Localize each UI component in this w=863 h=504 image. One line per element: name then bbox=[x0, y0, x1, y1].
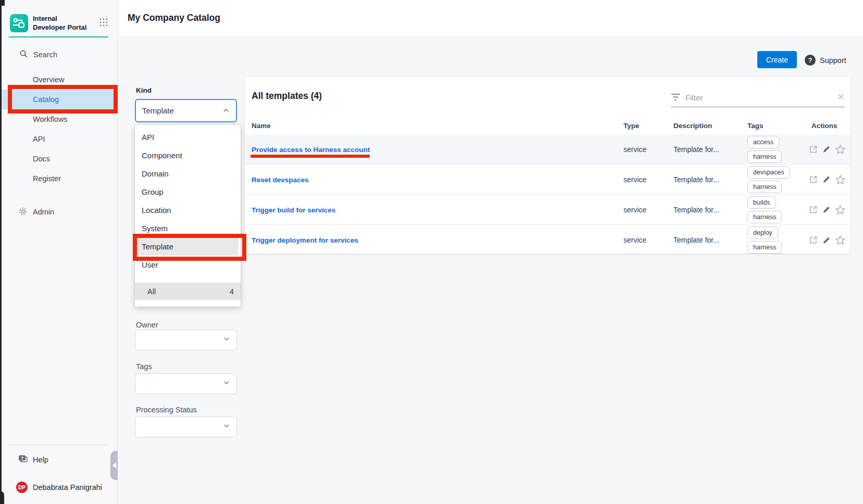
template-name-link[interactable]: Trigger deployment for services bbox=[252, 236, 358, 244]
support-button[interactable]: ? Support bbox=[805, 55, 846, 66]
page-title: My Company Catalog bbox=[128, 12, 220, 23]
kind-option-component[interactable]: Component bbox=[135, 146, 241, 165]
help-chat-icon: ? bbox=[18, 454, 28, 465]
owner-filter-label: Owner bbox=[136, 321, 158, 329]
description-cell: Template for... bbox=[673, 175, 719, 184]
question-circle-icon: ? bbox=[805, 55, 816, 66]
edit-icon[interactable] bbox=[822, 236, 831, 244]
favorite-star-icon[interactable] bbox=[835, 144, 845, 154]
sidebar-collapse-handle[interactable] bbox=[110, 451, 118, 480]
template-name-link[interactable]: Trigger build for services bbox=[252, 206, 335, 213]
kind-dropdown: APIComponentDomainGroupLocationSystemTem… bbox=[135, 125, 241, 307]
tag-chip: harness bbox=[747, 181, 782, 193]
sidebar-divider bbox=[9, 445, 108, 445]
sidebar-nav: OverviewCatalogWorkflowsAPIDocsRegister bbox=[0, 70, 117, 188]
tag-chip: harness bbox=[747, 241, 782, 254]
sidebar-item-register[interactable]: Register bbox=[0, 169, 117, 188]
logo-divider bbox=[9, 36, 108, 37]
kind-option-api[interactable]: API bbox=[135, 128, 241, 146]
column-header-actions: Actions bbox=[811, 122, 837, 130]
tag-chip: harness bbox=[747, 150, 782, 163]
table-row: Reset devspaces service Template for... … bbox=[245, 165, 851, 195]
type-cell: service bbox=[623, 145, 646, 154]
processing-status-filter-label: Processing Status bbox=[136, 406, 197, 414]
sidebar: Internal Developer Portal Search Overvie… bbox=[0, 0, 118, 504]
screen: Internal Developer Portal Search Overvie… bbox=[0, 0, 863, 504]
sidebar-item-docs[interactable]: Docs bbox=[0, 149, 117, 169]
row-actions bbox=[809, 205, 845, 215]
sidebar-item-api[interactable]: API bbox=[0, 129, 117, 149]
kind-option-system[interactable]: System bbox=[135, 219, 241, 237]
app-logo-icon[interactable] bbox=[10, 14, 28, 32]
screen-corner-top bbox=[0, 0, 5, 6]
all-label: All bbox=[147, 287, 156, 296]
table-rows: Provide access to Harness account servic… bbox=[245, 134, 851, 254]
open-in-new-icon[interactable] bbox=[809, 145, 818, 154]
table-row: Trigger build for services service Templ… bbox=[245, 195, 851, 225]
chevron-down-icon bbox=[223, 335, 230, 345]
sidebar-item-admin[interactable]: Admin bbox=[0, 203, 135, 221]
collapse-arrow-icon bbox=[112, 462, 116, 469]
type-cell: service bbox=[623, 236, 646, 244]
logo-row: Internal Developer Portal bbox=[10, 14, 108, 32]
description-cell: Template for... bbox=[673, 206, 719, 214]
filter-input[interactable] bbox=[684, 93, 833, 103]
kind-option-all[interactable]: All 4 bbox=[135, 283, 241, 300]
sidebar-item-catalog[interactable]: Catalog bbox=[0, 90, 117, 109]
owner-select[interactable] bbox=[135, 330, 237, 350]
kind-option-location[interactable]: Location bbox=[135, 201, 241, 219]
filter-icon bbox=[671, 93, 680, 103]
support-label: Support bbox=[820, 56, 846, 65]
open-in-new-icon[interactable] bbox=[809, 205, 818, 214]
clear-filter-icon[interactable] bbox=[837, 93, 845, 103]
app-grid-icon[interactable] bbox=[99, 18, 108, 29]
favorite-star-icon[interactable] bbox=[835, 235, 845, 245]
kind-option-group[interactable]: Group bbox=[135, 183, 241, 201]
edit-icon[interactable] bbox=[822, 175, 831, 184]
kind-dropdown-options: APIComponentDomainGroupLocationSystemTem… bbox=[135, 128, 241, 274]
svg-text:?: ? bbox=[21, 456, 23, 461]
tags-select[interactable] bbox=[135, 373, 237, 394]
tag-chip: harness bbox=[747, 211, 782, 223]
sidebar-item-workflows[interactable]: Workflows bbox=[0, 109, 117, 129]
templates-title: All templates (4) bbox=[252, 91, 322, 102]
templates-panel: All templates (4) NameTypeDescriptionTag… bbox=[245, 77, 851, 254]
edit-icon[interactable] bbox=[822, 145, 831, 154]
column-header-description: Description bbox=[673, 122, 712, 130]
tags-cell: accessharness bbox=[747, 136, 782, 163]
type-cell: service bbox=[623, 175, 646, 184]
app-title: Internal Developer Portal bbox=[33, 15, 91, 32]
table-filter bbox=[671, 89, 845, 107]
template-name-link[interactable]: Provide access to Harness account bbox=[252, 145, 370, 153]
page-header: My Company Catalog bbox=[117, 0, 863, 37]
description-cell: Template for... bbox=[673, 236, 719, 244]
kind-option-user[interactable]: User bbox=[135, 256, 241, 274]
template-name-link[interactable]: Reset devspaces bbox=[252, 175, 309, 183]
chevron-down-icon bbox=[223, 379, 230, 388]
favorite-star-icon[interactable] bbox=[835, 174, 845, 184]
kind-option-template[interactable]: Template bbox=[137, 237, 239, 256]
tag-chip: devspaces bbox=[747, 166, 790, 179]
row-actions bbox=[809, 144, 845, 154]
kind-option-domain[interactable]: Domain bbox=[135, 165, 241, 183]
create-button[interactable]: Create bbox=[757, 51, 797, 68]
open-in-new-icon[interactable] bbox=[809, 175, 818, 184]
open-in-new-icon[interactable] bbox=[809, 236, 818, 245]
processing-status-select[interactable] bbox=[135, 417, 237, 437]
tags-cell: deployharness bbox=[747, 226, 782, 254]
tag-chip: deploy bbox=[747, 226, 778, 239]
column-header-name: Name bbox=[252, 122, 271, 130]
column-header-type: Type bbox=[623, 122, 640, 130]
sidebar-user[interactable]: DP Debabrata Panigrahi bbox=[0, 478, 133, 497]
search-label: Search bbox=[33, 51, 57, 59]
kind-select[interactable]: Template bbox=[135, 99, 237, 122]
sidebar-item-overview[interactable]: Overview bbox=[0, 70, 117, 90]
gear-icon bbox=[18, 207, 28, 218]
edit-icon[interactable] bbox=[822, 206, 831, 214]
kind-select-value: Template bbox=[142, 106, 174, 115]
sidebar-search[interactable]: Search bbox=[0, 46, 136, 64]
chevron-up-icon bbox=[222, 106, 230, 115]
favorite-star-icon[interactable] bbox=[835, 205, 845, 215]
user-avatar: DP bbox=[16, 482, 28, 493]
kind-filter-label: Kind bbox=[136, 86, 152, 94]
